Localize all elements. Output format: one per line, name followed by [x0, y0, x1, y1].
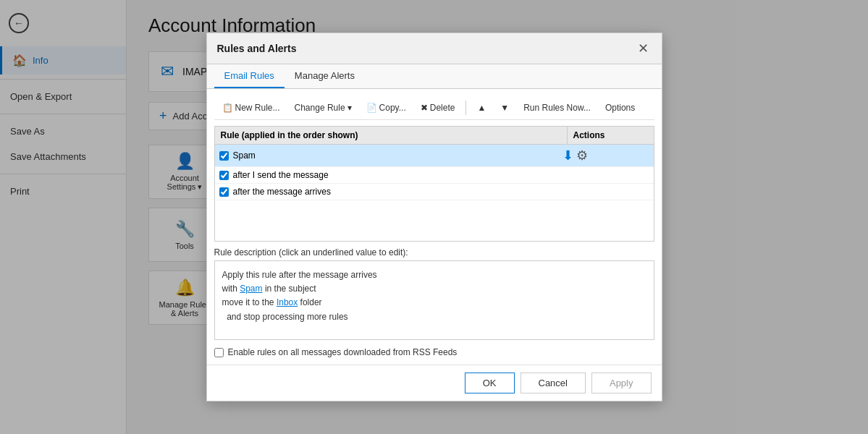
dialog-titlebar: Rules and Alerts ✕	[207, 33, 662, 64]
options-button[interactable]: Options	[599, 99, 641, 116]
dialog-close-button[interactable]: ✕	[635, 41, 652, 56]
description-label: Rule description (click an underlined va…	[214, 247, 654, 258]
tab-manage-alerts[interactable]: Manage Alerts	[285, 64, 365, 88]
rule-row-spam[interactable]: Spam ⬇ ⚙	[215, 145, 654, 167]
description-line-2: with Spam in the subject	[222, 282, 646, 296]
delete-icon: ✖	[421, 103, 428, 113]
change-rule-button[interactable]: Change Rule ▾	[288, 99, 358, 116]
rule-name-after-arrives: after the message arrives	[233, 187, 562, 197]
move-down-icon: ▼	[500, 103, 509, 113]
rules-col1-header: Rule (applied in the order shown)	[215, 127, 567, 144]
dialog-overlay: Rules and Alerts ✕ Email Rules Manage Al…	[0, 0, 868, 434]
spam-link[interactable]: Spam	[240, 284, 262, 294]
tab-email-rules[interactable]: Email Rules	[214, 64, 285, 88]
description-section: Rule description (click an underlined va…	[214, 247, 654, 340]
description-box: Apply this rule after the message arrive…	[214, 260, 654, 340]
rule-checkbox-after-send[interactable]	[219, 171, 229, 180]
toolbar-separator	[465, 101, 466, 115]
rule-row-after-arrives[interactable]: after the message arrives	[215, 184, 654, 200]
rules-list-header: Rule (applied in the order shown) Action…	[215, 127, 654, 145]
rule-checkbox-after-arrives[interactable]	[219, 187, 229, 197]
rule-row-after-send[interactable]: after I send the message	[215, 167, 654, 184]
cancel-button[interactable]: Cancel	[521, 373, 586, 393]
ok-button[interactable]: OK	[465, 373, 515, 393]
move-down-button[interactable]: ▼	[494, 99, 515, 116]
rules-toolbar: 📋 New Rule... Change Rule ▾ 📄 Copy... ✖ …	[214, 96, 654, 120]
apply-button[interactable]: Apply	[591, 373, 652, 393]
move-up-button[interactable]: ▲	[471, 99, 492, 116]
dialog-tabs: Email Rules Manage Alerts	[207, 64, 662, 89]
rule-name-after-send: after I send the message	[233, 170, 562, 180]
rss-checkbox[interactable]	[214, 348, 224, 357]
delete-button[interactable]: ✖ Delete	[414, 99, 462, 116]
description-line-4: and stop processing more rules	[222, 310, 646, 324]
rss-checkbox-row: Enable rules on all messages downloaded …	[214, 347, 654, 357]
rule-action-icon-2: ⚙	[576, 148, 588, 163]
rule-actions-spam: ⬇ ⚙	[562, 148, 649, 163]
rss-checkbox-label: Enable rules on all messages downloaded …	[228, 347, 458, 357]
new-rule-icon: 📋	[222, 103, 233, 113]
rules-list-container: Rule (applied in the order shown) Action…	[214, 126, 654, 242]
copy-icon: 📄	[366, 103, 377, 113]
rule-name-spam: Spam	[233, 150, 562, 161]
description-line-1: Apply this rule after the message arrive…	[222, 268, 646, 282]
rule-action-icon-1: ⬇	[562, 148, 573, 163]
dialog-title: Rules and Alerts	[217, 43, 297, 54]
dialog-footer: OK Cancel Apply	[207, 365, 662, 401]
copy-button[interactable]: 📄 Copy...	[360, 99, 413, 116]
rules-col2-header: Actions	[567, 127, 654, 144]
rule-checkbox-spam[interactable]	[219, 151, 229, 161]
rules-list-body: Spam ⬇ ⚙ after I send the message	[215, 145, 654, 241]
change-rule-dropdown-icon: ▾	[347, 103, 352, 113]
run-rules-now-button[interactable]: Run Rules Now...	[517, 99, 597, 116]
move-up-icon: ▲	[477, 103, 486, 113]
new-rule-button[interactable]: 📋 New Rule...	[216, 99, 287, 116]
inbox-link[interactable]: Inbox	[277, 297, 298, 307]
rules-alerts-dialog: Rules and Alerts ✕ Email Rules Manage Al…	[206, 33, 662, 401]
description-line-3: move it to the Inbox folder	[222, 296, 646, 310]
dialog-body: 📋 New Rule... Change Rule ▾ 📄 Copy... ✖ …	[207, 89, 662, 365]
